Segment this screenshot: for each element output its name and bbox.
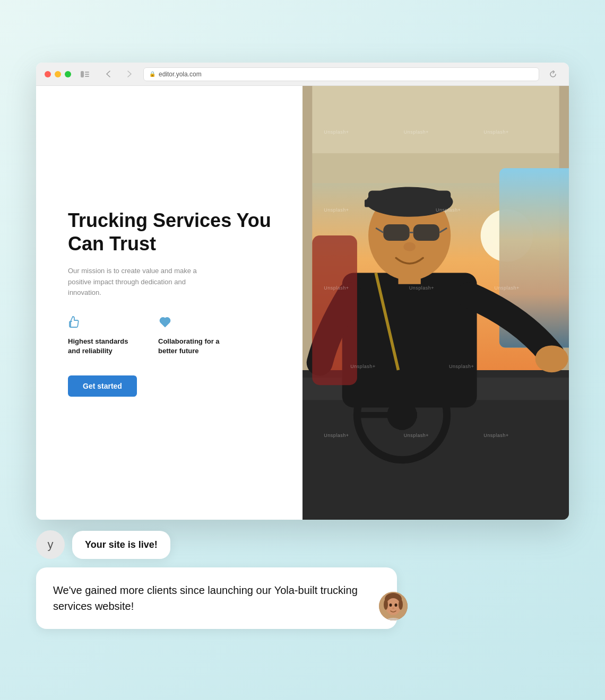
browser-content: Trucking Services You Can Trust Our miss…	[36, 86, 569, 520]
svg-point-40	[395, 603, 397, 607]
user-avatar	[379, 592, 408, 620]
get-started-button[interactable]: Get started	[68, 375, 137, 397]
browser-window: 🔒 editor.yola.com Trucking Services You …	[36, 63, 569, 520]
svg-rect-2	[85, 74, 89, 75]
svg-point-33	[535, 345, 568, 372]
yola-avatar: y	[36, 530, 65, 559]
feature-collaborating-label: Collaborating for a better future	[158, 337, 227, 356]
truck-image: Unsplash+ Unsplash+ Unsplash+ Unsplash+ …	[302, 86, 569, 520]
svg-point-43	[399, 599, 403, 610]
feature-standards-label: Highest standards and reliability	[68, 337, 137, 356]
lock-icon: 🔒	[149, 71, 155, 77]
minimize-button[interactable]	[55, 71, 61, 77]
hero-description: Our mission is to create value and make …	[68, 266, 217, 299]
traffic-lights	[45, 71, 71, 77]
address-bar[interactable]: 🔒 editor.yola.com	[143, 67, 539, 81]
chat-section: y Your site is live! We've gained more c…	[36, 530, 569, 679]
svg-rect-0	[81, 71, 84, 77]
hero-image-panel: Unsplash+ Unsplash+ Unsplash+ Unsplash+ …	[302, 86, 569, 520]
browser-toolbar: 🔒 editor.yola.com	[36, 63, 569, 86]
svg-point-41	[392, 608, 394, 609]
hero-title: Trucking Services You Can Trust	[68, 209, 276, 255]
maximize-button[interactable]	[65, 71, 71, 77]
forward-button[interactable]	[122, 67, 137, 82]
feature-item-standards: Highest standards and reliability	[68, 316, 137, 356]
notification-bubble: Your site is live!	[72, 531, 170, 559]
back-button[interactable]	[101, 67, 116, 82]
feature-item-collaborating: Collaborating for a better future	[158, 316, 227, 356]
svg-rect-26	[383, 224, 409, 241]
features-row: Highest standards and reliability Collab…	[68, 316, 276, 356]
close-button[interactable]	[45, 71, 51, 77]
svg-rect-27	[413, 224, 439, 241]
chat-notification: y Your site is live!	[36, 530, 170, 559]
svg-point-42	[384, 599, 388, 610]
thumbs-up-icon	[68, 316, 137, 332]
sidebar-toggle-button[interactable]	[77, 67, 92, 82]
svg-point-39	[390, 603, 392, 607]
svg-point-31	[403, 242, 416, 251]
reload-button[interactable]	[546, 67, 560, 82]
heart-icon	[158, 316, 227, 332]
svg-rect-1	[85, 72, 89, 73]
testimonial-bubble: We've gained more clients since launchin…	[36, 567, 397, 629]
testimonial-container: We've gained more clients since launchin…	[36, 567, 397, 629]
url-text: editor.yola.com	[159, 71, 202, 78]
hero-left-panel: Trucking Services You Can Trust Our miss…	[36, 86, 302, 520]
svg-rect-34	[312, 235, 357, 385]
svg-rect-25	[365, 199, 387, 207]
svg-rect-3	[85, 76, 89, 77]
svg-rect-32	[398, 269, 420, 284]
svg-point-38	[386, 598, 401, 615]
